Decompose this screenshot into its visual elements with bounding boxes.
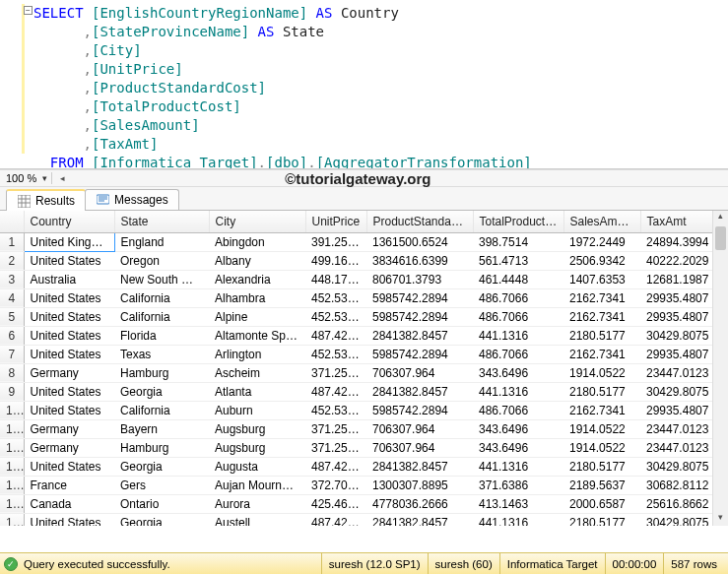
tab-messages[interactable]: Messages — [85, 189, 179, 210]
grid-cell[interactable]: Hamburg — [114, 363, 209, 382]
grid-cell[interactable]: Hamburg — [114, 438, 209, 457]
column-header[interactable]: Country — [24, 211, 114, 232]
grid-cell[interactable]: 452.5354 — [305, 401, 366, 419]
grid-cell[interactable]: 806701.3793 — [366, 270, 473, 288]
grid-cell[interactable]: 391.2534 — [305, 232, 366, 251]
grid-cell[interactable]: 2180.5177 — [563, 382, 640, 401]
grid-cell[interactable]: 2162.7341 — [563, 401, 640, 419]
table-row[interactable]: 2United StatesOregonAlbany499.1602383461… — [0, 251, 712, 270]
grid-cell[interactable]: 441.1316 — [473, 513, 563, 526]
grid-cell[interactable]: Germany — [24, 438, 114, 457]
grid-cell[interactable]: United States — [24, 382, 114, 401]
grid-cell[interactable]: Alhambra — [209, 288, 305, 307]
grid-cell[interactable]: 2841382.8457 — [366, 382, 473, 401]
grid-cell[interactable]: Abingdon — [209, 232, 305, 251]
grid-cell[interactable]: 343.6496 — [473, 363, 563, 382]
grid-cell[interactable]: 12681.1987 — [640, 270, 712, 288]
grid-cell[interactable]: Gers — [114, 476, 209, 494]
grid-cell[interactable]: California — [114, 288, 209, 307]
grid-cell[interactable]: 706307.964 — [366, 438, 473, 457]
grid-cell[interactable]: United States — [24, 307, 114, 326]
scroll-up-icon[interactable]: ▴ — [713, 211, 728, 224]
grid-cell[interactable]: 2506.9342 — [563, 251, 640, 270]
grid-cell[interactable]: 5985742.2894 — [366, 345, 473, 363]
grid-cell[interactable]: Altamonte Springs — [209, 326, 305, 345]
table-row[interactable]: 16United StatesGeorgiaAustell487.4269284… — [0, 513, 712, 526]
grid-cell[interactable]: 487.4269 — [305, 382, 366, 401]
grid-cell[interactable]: 441.1316 — [473, 382, 563, 401]
grid-cell[interactable]: 29935.4807 — [640, 288, 712, 307]
grid-cell[interactable]: Augsburg — [209, 438, 305, 457]
grid-cell[interactable]: Auburn — [209, 401, 305, 419]
grid-cell[interactable]: 40222.2029 — [640, 251, 712, 270]
table-row[interactable]: 14FranceGersAujan Mournede372.7077130030… — [0, 476, 712, 494]
table-row[interactable]: 12GermanyHamburgAugsburg371.2586706307.9… — [0, 438, 712, 457]
column-header[interactable]: SalesAmount — [563, 211, 640, 232]
grid-cell[interactable]: Ontario — [114, 494, 209, 513]
grid-cell[interactable]: 425.4637 — [305, 494, 366, 513]
grid-cell[interactable]: Aujan Mournede — [209, 476, 305, 494]
code-line[interactable]: ,[TotalProductCost] — [20, 97, 724, 116]
grid-cell[interactable]: England — [114, 232, 209, 251]
grid-cell[interactable]: 2180.5177 — [563, 457, 640, 476]
code-line[interactable]: ,[TaxAmt] — [20, 135, 724, 154]
grid-cell[interactable]: 561.4713 — [473, 251, 563, 270]
grid-cell[interactable]: Aurora — [209, 494, 305, 513]
scroll-thumb[interactable] — [715, 226, 726, 250]
row-header[interactable]: 4 — [0, 288, 24, 307]
grid-cell[interactable]: 1914.0522 — [563, 363, 640, 382]
grid-cell[interactable]: 4778036.2666 — [366, 494, 473, 513]
grid-cell[interactable]: Alpine — [209, 307, 305, 326]
code-line[interactable]: ,[City] — [20, 41, 724, 60]
grid-cell[interactable]: 413.1463 — [473, 494, 563, 513]
grid-cell[interactable]: 486.7066 — [473, 307, 563, 326]
grid-cell[interactable]: 2162.7341 — [563, 307, 640, 326]
grid-cell[interactable]: Georgia — [114, 513, 209, 526]
grid-cell[interactable]: United States — [24, 513, 114, 526]
sql-editor[interactable]: − SELECT [EnglishCountryRegionName] AS C… — [0, 0, 728, 169]
grid-cell[interactable]: 486.7066 — [473, 288, 563, 307]
column-header[interactable]: TotalProductCost — [473, 211, 563, 232]
table-row[interactable]: 11GermanyBayernAugsburg371.2586706307.96… — [0, 419, 712, 438]
grid-cell[interactable]: 452.5354 — [305, 345, 366, 363]
code-line[interactable]: ,[ProductStandardCost] — [20, 79, 724, 97]
grid-cell[interactable]: 25616.8662 — [640, 494, 712, 513]
row-header[interactable]: 14 — [0, 476, 24, 494]
column-header[interactable]: UnitPrice — [305, 211, 366, 232]
grid-cell[interactable]: 706307.964 — [366, 419, 473, 438]
grid-cell[interactable]: New South Wales — [114, 270, 209, 288]
grid-cell[interactable]: Texas — [114, 345, 209, 363]
grid-cell[interactable]: United States — [24, 288, 114, 307]
table-row[interactable]: 1United KingdomEnglandAbingdon391.253413… — [0, 232, 712, 251]
grid-cell[interactable]: 5985742.2894 — [366, 401, 473, 419]
grid-cell[interactable]: 487.4269 — [305, 513, 366, 526]
grid-cell[interactable]: 2180.5177 — [563, 326, 640, 345]
grid-cell[interactable]: 486.7066 — [473, 345, 563, 363]
grid-cell[interactable]: 372.7077 — [305, 476, 366, 494]
grid-cell[interactable]: 448.1784 — [305, 270, 366, 288]
grid-cell[interactable]: 23447.0123 — [640, 419, 712, 438]
table-row[interactable]: 8GermanyHamburgAscheim371.2586706307.964… — [0, 363, 712, 382]
grid-cell[interactable]: United States — [24, 251, 114, 270]
grid-cell[interactable]: 2000.6587 — [563, 494, 640, 513]
grid-cell[interactable]: Oregon — [114, 251, 209, 270]
grid-cell[interactable]: United States — [24, 457, 114, 476]
table-row[interactable]: 3AustraliaNew South WalesAlexandria448.1… — [0, 270, 712, 288]
grid-cell[interactable]: Augusta — [209, 457, 305, 476]
grid-cell[interactable]: 499.1602 — [305, 251, 366, 270]
grid-cell[interactable]: United Kingdom — [24, 232, 114, 251]
scroll-left-icon[interactable]: ◂ — [56, 172, 68, 184]
column-header[interactable]: TaxAmt — [640, 211, 712, 232]
row-header[interactable]: 5 — [0, 307, 24, 326]
table-row[interactable]: 7United StatesTexasArlington452.53545985… — [0, 345, 712, 363]
grid-cell[interactable]: 2841382.8457 — [366, 326, 473, 345]
grid-cell[interactable]: 441.1316 — [473, 326, 563, 345]
tab-results[interactable]: Results — [6, 189, 86, 211]
grid-cell[interactable]: 1972.2449 — [563, 232, 640, 251]
row-header[interactable]: 7 — [0, 345, 24, 363]
grid-cell[interactable]: 441.1316 — [473, 457, 563, 476]
grid-cell[interactable]: 398.7514 — [473, 232, 563, 251]
table-row[interactable]: 9United StatesGeorgiaAtlanta487.42692841… — [0, 382, 712, 401]
code-line[interactable]: ,[StateProvinceName] AS State — [20, 23, 724, 41]
table-row[interactable]: 13United StatesGeorgiaAugusta487.4269284… — [0, 457, 712, 476]
